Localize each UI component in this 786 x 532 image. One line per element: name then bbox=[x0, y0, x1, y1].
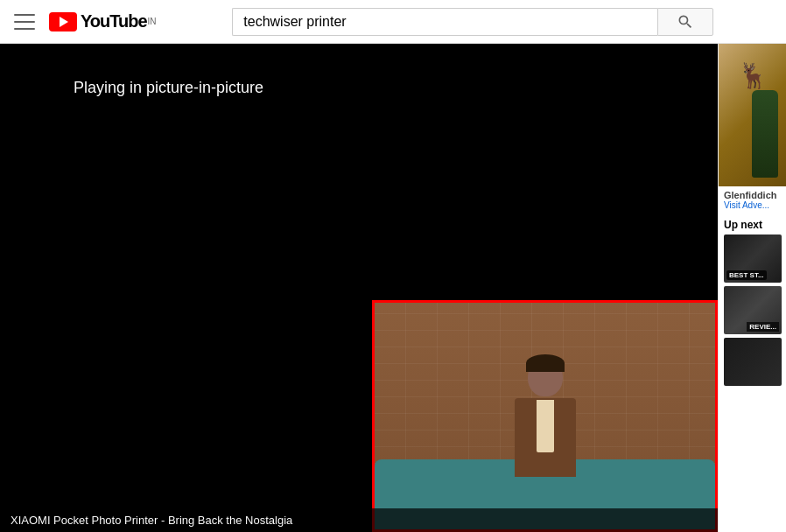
ad-brand-name: Glenfiddich bbox=[724, 190, 782, 200]
person-head bbox=[528, 357, 563, 396]
search-input[interactable] bbox=[232, 8, 657, 36]
search-icon bbox=[677, 13, 694, 31]
youtube-wordmark: YouTube bbox=[81, 11, 147, 32]
ad-deer-icon: 🦌 bbox=[738, 61, 768, 90]
thumbnail-badge-1: BEST ST... bbox=[726, 270, 767, 280]
ad-visit-link[interactable]: Visit Adve... bbox=[724, 200, 782, 210]
person-hair bbox=[526, 354, 565, 372]
video-title-bar: XIAOMI Pocket Photo Printer - Bring Back… bbox=[0, 508, 718, 532]
youtube-logo[interactable]: YouTubeIN bbox=[49, 11, 157, 32]
pip-message: Playing in picture-in-picture bbox=[74, 79, 263, 97]
pip-overlay[interactable] bbox=[372, 300, 718, 532]
ad-section: 🦌 Glenfiddich Visit Adve... bbox=[719, 44, 786, 214]
content-area: Playing in picture-in-picture bbox=[0, 44, 786, 532]
up-next-thumbnail-3[interactable] bbox=[724, 338, 782, 386]
search-container bbox=[232, 8, 713, 36]
person bbox=[515, 357, 576, 477]
pip-video-content bbox=[375, 303, 715, 529]
right-sidebar: 🦌 Glenfiddich Visit Adve... Up next BEST… bbox=[718, 44, 786, 532]
ad-text-section: Glenfiddich Visit Adve... bbox=[719, 186, 786, 214]
up-next-label: Up next bbox=[724, 219, 781, 231]
search-button[interactable] bbox=[657, 8, 713, 36]
video-section[interactable]: Playing in picture-in-picture bbox=[0, 44, 718, 532]
thumbnail-badge-2: REVIE... bbox=[747, 322, 779, 332]
ad-bottle bbox=[752, 90, 778, 178]
hamburger-menu-icon[interactable] bbox=[14, 14, 35, 30]
up-next-thumbnail-1[interactable]: BEST ST... bbox=[724, 234, 782, 283]
up-next-thumbnail-2[interactable]: REVIE... bbox=[724, 286, 782, 334]
youtube-play-icon bbox=[49, 12, 77, 32]
person-torso bbox=[515, 398, 576, 477]
youtube-country: IN bbox=[148, 17, 157, 26]
ad-thumbnail[interactable]: 🦌 bbox=[719, 44, 786, 186]
main-video-player[interactable]: Playing in picture-in-picture bbox=[0, 44, 718, 532]
header: YouTubeIN bbox=[0, 0, 786, 44]
up-next-section: Up next BEST ST... REVIE... bbox=[719, 214, 786, 391]
video-title: XIAOMI Pocket Photo Printer - Bring Back… bbox=[11, 514, 707, 527]
